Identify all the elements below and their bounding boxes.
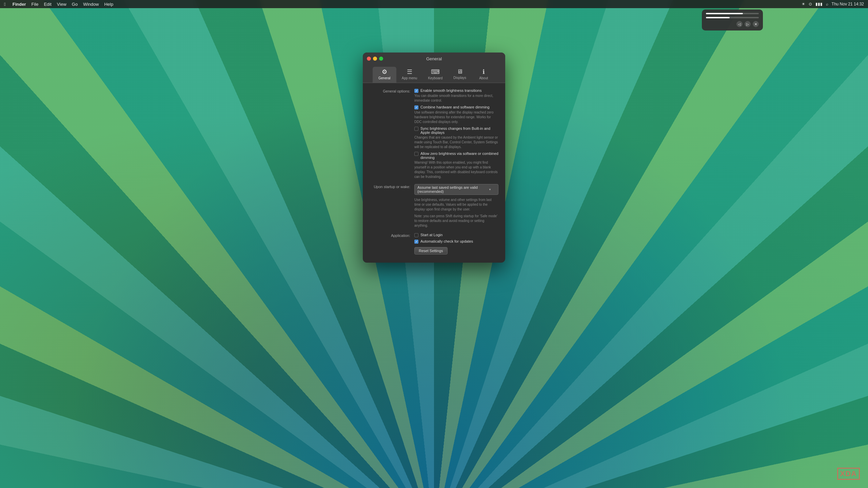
- startup-dropdown-value: Assume last saved settings are valid (re…: [417, 185, 486, 194]
- displays-icon: 🖥: [457, 68, 463, 75]
- traffic-light-minimize[interactable]: [373, 57, 377, 61]
- combine-dimming-title: Combine hardware and software dimming: [420, 105, 490, 109]
- option-zero-brightness-content: Allow zero brightness via software or co…: [420, 151, 498, 160]
- application-content: Start at Login Automatically check for u…: [414, 233, 498, 255]
- tab-about[interactable]: ℹ About: [472, 67, 495, 83]
- popup-ctrl-btn-2[interactable]: ▷: [745, 21, 751, 27]
- menubar-icon-search[interactable]: ⌕: [826, 2, 828, 6]
- tab-keyboard[interactable]: ⌨ Keyboard: [422, 67, 448, 83]
- tab-displays[interactable]: 🖥 Displays: [448, 67, 472, 83]
- application-section: Application: Start at Login Automaticall…: [370, 233, 498, 255]
- toolbar: ⚙ General ☰ App menu ⌨ Keyboard 🖥 Displa…: [363, 65, 505, 83]
- popup-ctrl-btn-1[interactable]: ◁: [736, 21, 743, 27]
- menu-view[interactable]: View: [57, 2, 66, 7]
- startup-label: Upon startup or wake:: [370, 184, 410, 230]
- sync-brightness-title: Sync brightness changes from Built-in an…: [420, 126, 498, 135]
- checkbox-auto-check-updates[interactable]: [414, 240, 418, 244]
- checkbox-start-at-login[interactable]: [414, 233, 418, 237]
- checkbox-zero-brightness[interactable]: [414, 152, 418, 156]
- popup-slider-2[interactable]: [706, 17, 759, 18]
- tab-displays-label: Displays: [453, 76, 466, 80]
- checkbox-sync-brightness[interactable]: [414, 127, 418, 131]
- checkbox-smooth-brightness[interactable]: [414, 89, 418, 93]
- menubar-icon-wifi[interactable]: ⊙: [809, 2, 812, 6]
- general-options-label: General options:: [370, 88, 410, 181]
- menu-help[interactable]: Help: [104, 2, 113, 7]
- option-combine-dimming: Combine hardware and software dimming: [414, 105, 498, 109]
- popup-slider-2-fill: [706, 17, 730, 18]
- combine-dimming-desc: Use software dimming after the display r…: [414, 110, 498, 124]
- auto-check-updates-title: Automatically check for updates: [420, 239, 473, 243]
- window-content: General options: Enable smooth brightnes…: [363, 83, 505, 263]
- app-menu-icon: ☰: [407, 68, 412, 76]
- menubar-datetime: Thu Nov 21 14:32: [832, 2, 864, 6]
- popup-slider-row-2: [706, 17, 759, 18]
- start-at-login-title: Start at Login: [420, 233, 442, 237]
- tab-about-label: About: [479, 76, 488, 80]
- keyboard-icon: ⌨: [431, 68, 440, 76]
- desktop:  Finder File Edit View Go Window Help ☀…: [0, 0, 868, 488]
- startup-content: Assume last saved settings are valid (re…: [414, 184, 498, 230]
- xda-logo: XDA: [837, 468, 860, 480]
- menubar-right: ☀ ⊙ ▮▮▮ ⌕ Thu Nov 21 14:32: [802, 2, 864, 6]
- startup-dropdown[interactable]: Assume last saved settings are valid (re…: [414, 184, 498, 195]
- traffic-light-maximize[interactable]: [379, 57, 383, 61]
- menubar-icon-battery[interactable]: ▮▮▮: [815, 2, 823, 6]
- zero-brightness-title: Allow zero brightness via software or co…: [420, 151, 498, 160]
- menubar-icon-brightness[interactable]: ☀: [802, 2, 805, 6]
- option-zero-brightness: Allow zero brightness via software or co…: [414, 151, 498, 160]
- window-title: General: [426, 56, 442, 61]
- option-smooth-brightness: Enable smooth brightness transitions: [414, 88, 498, 93]
- window-titlebar: General: [363, 53, 505, 65]
- tab-app-menu-label: App menu: [402, 76, 417, 80]
- startup-section: Upon startup or wake: Assume last saved …: [370, 184, 498, 230]
- about-icon: ℹ: [482, 68, 485, 76]
- reset-settings-button[interactable]: Reset Settings: [414, 247, 448, 255]
- menubar:  Finder File Edit View Go Window Help ☀…: [0, 0, 868, 8]
- menu-go[interactable]: Go: [72, 2, 78, 7]
- menu-window[interactable]: Window: [83, 2, 99, 7]
- settings-window: General ⚙ General ☰ App menu ⌨ Keyboard …: [363, 53, 505, 263]
- popup-ctrl-btn-3[interactable]: ✕: [753, 21, 759, 27]
- tab-general-label: General: [378, 76, 391, 80]
- menubar-left:  Finder File Edit View Go Window Help: [4, 2, 113, 7]
- application-label: Application:: [370, 233, 410, 255]
- apple-menu[interactable]: : [4, 2, 6, 7]
- general-icon: ⚙: [382, 68, 387, 76]
- traffic-light-close[interactable]: [367, 57, 371, 61]
- option-smooth-brightness-content: Enable smooth brightness transitions: [420, 88, 481, 93]
- zero-brightness-desc: Warning! With this option enabled, you m…: [414, 160, 498, 179]
- popup-controls: ◁ ▷ ✕: [706, 21, 759, 27]
- popup-slider-1[interactable]: [706, 13, 759, 14]
- general-options-section: General options: Enable smooth brightnes…: [370, 88, 498, 181]
- startup-note: Note: you can press Shift during startup…: [414, 214, 498, 228]
- app-name[interactable]: Finder: [13, 2, 26, 7]
- startup-desc: Use brightness, volume and other setting…: [414, 198, 498, 212]
- popup-slider-row-1: [706, 13, 759, 14]
- popup-slider-1-fill: [706, 13, 743, 14]
- option-sync-brightness-content: Sync brightness changes from Built-in an…: [420, 126, 498, 135]
- menu-file[interactable]: File: [31, 2, 38, 7]
- smooth-brightness-desc: You can disable smooth transitions for a…: [414, 94, 498, 103]
- option-auto-check-updates: Automatically check for updates: [414, 239, 498, 244]
- option-sync-brightness: Sync brightness changes from Built-in an…: [414, 126, 498, 135]
- traffic-lights: [367, 57, 383, 61]
- checkbox-combine-dimming[interactable]: [414, 105, 418, 109]
- tab-app-menu[interactable]: ☰ App menu: [396, 67, 423, 83]
- sync-brightness-desc: Changes that are caused by the Ambient l…: [414, 135, 498, 149]
- tab-keyboard-label: Keyboard: [428, 76, 442, 80]
- menu-edit[interactable]: Edit: [44, 2, 51, 7]
- general-options-content: Enable smooth brightness transitions You…: [414, 88, 498, 181]
- option-combine-dimming-content: Combine hardware and software dimming: [420, 105, 490, 109]
- popup-widget: ◁ ▷ ✕: [702, 9, 763, 30]
- smooth-brightness-title: Enable smooth brightness transitions: [420, 88, 481, 93]
- xda-watermark: XDA: [837, 468, 860, 480]
- dropdown-arrow-icon: ▼: [489, 188, 491, 191]
- tab-general[interactable]: ⚙ General: [373, 67, 396, 83]
- option-start-at-login: Start at Login: [414, 233, 498, 237]
